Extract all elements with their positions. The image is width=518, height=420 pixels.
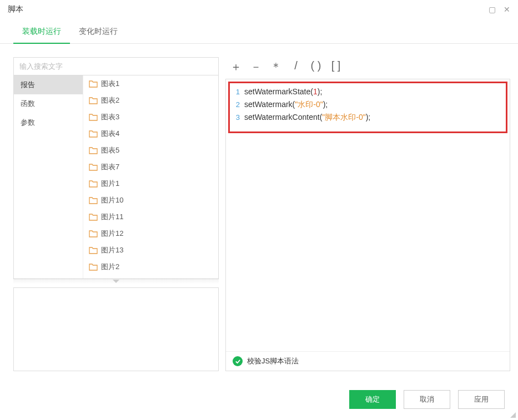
file-label: 图片13	[101, 245, 123, 255]
folder-icon	[89, 263, 98, 271]
folder-icon	[89, 163, 98, 171]
resize-grip[interactable]	[508, 410, 516, 418]
file-item[interactable]: 图表4	[83, 125, 218, 142]
file-label: 图表1	[101, 79, 119, 89]
operator-button[interactable]: ＊	[270, 59, 282, 74]
operator-button[interactable]: /	[290, 59, 302, 74]
operator-button[interactable]: [ ]	[330, 59, 342, 74]
ok-button[interactable]: 确定	[349, 390, 396, 409]
file-item[interactable]: 图片12	[83, 225, 218, 242]
file-item[interactable]: 图片11	[83, 209, 218, 225]
tab-bar: 装载时运行变化时运行	[0, 21, 518, 44]
file-item[interactable]: 图片2	[83, 259, 218, 275]
folder-icon	[89, 246, 98, 254]
file-item[interactable]: 图表2	[83, 92, 218, 109]
file-label: 图片1	[101, 179, 119, 189]
file-item[interactable]: 图表5	[83, 142, 218, 159]
file-label: 图片11	[101, 212, 123, 222]
splitter-handle[interactable]	[13, 279, 219, 284]
folder-icon	[89, 180, 98, 188]
category-item[interactable]: 函数	[14, 94, 83, 113]
apply-button[interactable]: 应用	[458, 390, 505, 409]
file-label: 图表7	[101, 162, 119, 172]
file-label: 图表3	[101, 112, 119, 122]
operator-toolbar: ＋－＊/( )[ ]	[225, 57, 510, 79]
operator-button[interactable]: ( )	[310, 59, 322, 74]
tab-0[interactable]: 装载时运行	[13, 21, 70, 43]
validation-label[interactable]: 校验JS脚本语法	[247, 356, 299, 366]
file-item[interactable]: 图表3	[83, 109, 218, 125]
window-title: 脚本	[8, 4, 23, 14]
tab-1[interactable]: 变化时运行	[70, 21, 127, 43]
code-editor[interactable]: 1setWatermarkState(1);2setWatermark("水印-…	[228, 82, 507, 133]
code-line: 3setWatermarkContent("脚本水印-0");	[233, 111, 502, 124]
cancel-button[interactable]: 取消	[404, 390, 450, 409]
file-list[interactable]: 图表1图表2图表3图表4图表5图表7图片1图片10图片11图片12图片13图片2	[83, 75, 218, 279]
file-label: 图表2	[101, 95, 119, 105]
operator-button[interactable]: ＋	[230, 59, 242, 74]
file-label: 图表5	[101, 145, 119, 155]
folder-icon	[89, 130, 98, 138]
category-list: 报告函数参数	[14, 75, 83, 279]
file-item[interactable]: 图片13	[83, 242, 218, 259]
folder-icon	[89, 97, 98, 104]
check-icon	[233, 356, 243, 366]
search-input[interactable]	[14, 58, 218, 75]
maximize-icon[interactable]: ▢	[489, 5, 496, 14]
operator-button[interactable]: －	[250, 59, 262, 74]
preview-pane	[13, 287, 219, 371]
file-label: 图表4	[101, 129, 119, 139]
file-label: 图片2	[101, 262, 119, 272]
category-item[interactable]: 参数	[14, 113, 83, 132]
close-icon[interactable]: ✕	[504, 5, 510, 14]
folder-icon	[89, 230, 98, 237]
file-item[interactable]: 图片1	[83, 175, 218, 192]
file-item[interactable]: 图片10	[83, 192, 218, 209]
folder-icon	[89, 113, 98, 121]
file-label: 图片10	[101, 195, 123, 205]
folder-icon	[89, 213, 98, 221]
category-item[interactable]: 报告	[14, 75, 83, 94]
folder-icon	[89, 196, 98, 204]
file-item[interactable]: 图表1	[83, 75, 218, 92]
code-line: 1setWatermarkState(1);	[233, 85, 502, 98]
file-item[interactable]: 图表7	[83, 159, 218, 175]
file-label: 图片12	[101, 229, 123, 239]
code-line: 2setWatermark("水印-0");	[233, 98, 502, 111]
folder-icon	[89, 146, 98, 154]
folder-icon	[89, 80, 98, 88]
